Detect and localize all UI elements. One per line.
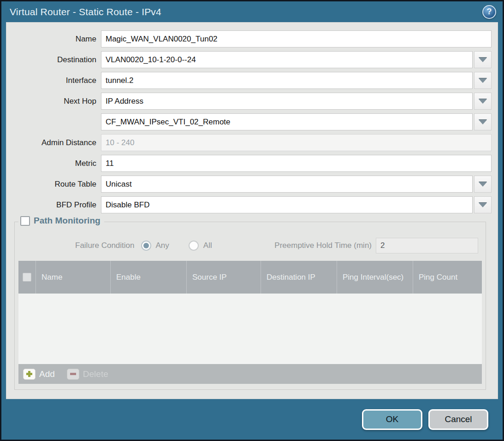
failure-condition-any-radio[interactable] bbox=[141, 241, 151, 251]
next-hop-address-input[interactable] bbox=[101, 113, 473, 130]
dialog-window: Virtual Router - Static Route - IPv4 ? N… bbox=[1, 1, 503, 440]
add-button-label: Add bbox=[39, 369, 55, 379]
chevron-down-icon bbox=[479, 203, 487, 207]
column-header-name: Name bbox=[36, 261, 110, 294]
chevron-down-icon bbox=[479, 120, 487, 124]
preemptive-hold-time-input[interactable] bbox=[376, 238, 478, 253]
chevron-down-icon bbox=[479, 182, 487, 187]
admin-distance-input[interactable] bbox=[101, 134, 492, 151]
next-hop-type-dropdown-button[interactable] bbox=[474, 93, 492, 110]
route-table-dropdown-button[interactable] bbox=[474, 176, 492, 193]
delete-button[interactable]: Delete bbox=[67, 369, 108, 380]
next-hop-label: Next Hop bbox=[6, 97, 101, 106]
admin-distance-label: Admin Distance bbox=[6, 138, 101, 147]
form-row-next-hop-address bbox=[6, 113, 492, 130]
interface-dropdown-button[interactable] bbox=[474, 72, 492, 89]
table-body-empty bbox=[18, 294, 482, 364]
form-row-admin-distance: Admin Distance bbox=[6, 134, 492, 151]
next-hop-address-dropdown-button[interactable] bbox=[474, 113, 492, 130]
next-hop-type-input[interactable] bbox=[101, 93, 473, 110]
select-all-checkbox[interactable] bbox=[23, 273, 31, 282]
dialog-content: Name Destination Interface bbox=[6, 22, 498, 399]
interface-label: Interface bbox=[6, 76, 101, 85]
path-monitoring-options-row: Failure Condition Any All Preemptive Hol… bbox=[18, 238, 482, 253]
destination-label: Destination bbox=[6, 55, 101, 65]
delete-button-label: Delete bbox=[83, 369, 108, 379]
path-monitoring-title: Path Monitoring bbox=[34, 216, 101, 226]
form-row-next-hop: Next Hop bbox=[6, 93, 492, 110]
column-header-source-ip: Source IP bbox=[186, 261, 261, 294]
path-monitoring-section: Path Monitoring Failure Condition Any Al… bbox=[14, 222, 486, 390]
name-input[interactable] bbox=[101, 30, 492, 47]
route-table-input[interactable] bbox=[101, 176, 473, 193]
destination-dropdown-button[interactable] bbox=[474, 51, 492, 68]
form-row-route-table: Route Table bbox=[6, 176, 492, 193]
table-header-select-cell bbox=[18, 261, 36, 294]
bfd-profile-input[interactable] bbox=[101, 196, 473, 213]
failure-condition-all-radio[interactable] bbox=[189, 241, 199, 251]
column-header-ping-interval: Ping Interval(sec) bbox=[337, 261, 413, 294]
table-footer-bar: Add Delete bbox=[18, 364, 482, 384]
chevron-down-icon bbox=[479, 78, 487, 83]
name-label: Name bbox=[6, 35, 101, 44]
form-row-bfd-profile: BFD Profile bbox=[6, 196, 492, 213]
bfd-profile-dropdown-button[interactable] bbox=[474, 196, 492, 213]
cancel-button[interactable]: Cancel bbox=[428, 409, 488, 430]
route-table-label: Route Table bbox=[6, 180, 101, 189]
failure-condition-any-label: Any bbox=[156, 241, 169, 250]
bfd-profile-label: BFD Profile bbox=[6, 200, 101, 210]
help-icon[interactable]: ? bbox=[482, 5, 496, 19]
failure-condition-label: Failure Condition bbox=[75, 241, 135, 250]
plus-icon bbox=[23, 369, 36, 380]
dialog-button-bar: OK Cancel bbox=[1, 399, 503, 440]
metric-input[interactable] bbox=[101, 155, 492, 172]
chevron-down-icon bbox=[479, 99, 487, 104]
path-monitoring-table: Name Enable Source IP Destination IP Pin… bbox=[18, 261, 482, 384]
dialog-titlebar: Virtual Router - Static Route - IPv4 ? bbox=[1, 1, 503, 22]
failure-condition-all-label: All bbox=[203, 241, 212, 250]
path-monitoring-checkbox[interactable] bbox=[20, 216, 30, 226]
minus-icon bbox=[67, 369, 79, 380]
form-row-interface: Interface bbox=[6, 72, 492, 89]
form-row-name: Name bbox=[6, 30, 492, 47]
destination-input[interactable] bbox=[101, 51, 473, 68]
metric-label: Metric bbox=[6, 159, 101, 168]
path-monitoring-legend: Path Monitoring bbox=[18, 216, 104, 226]
preemptive-hold-time-label: Preemptive Hold Time (min) bbox=[274, 241, 372, 250]
column-header-enable: Enable bbox=[110, 261, 186, 294]
add-button[interactable]: Add bbox=[23, 369, 55, 380]
table-header-row: Name Enable Source IP Destination IP Pin… bbox=[18, 261, 482, 294]
form-row-destination: Destination bbox=[6, 51, 492, 68]
interface-input[interactable] bbox=[101, 72, 473, 89]
chevron-down-icon bbox=[479, 58, 487, 62]
dialog-title: Virtual Router - Static Route - IPv4 bbox=[10, 6, 482, 18]
ok-button[interactable]: OK bbox=[362, 409, 422, 430]
column-header-destination-ip: Destination IP bbox=[261, 261, 337, 294]
form-row-metric: Metric bbox=[6, 155, 492, 172]
column-header-ping-count: Ping Count bbox=[413, 261, 482, 294]
